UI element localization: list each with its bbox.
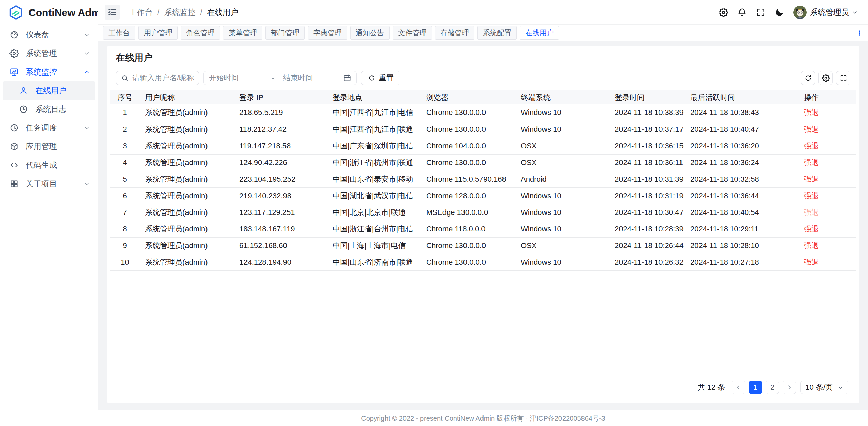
search-input[interactable]: [132, 74, 194, 82]
cell-location: 中国|北京|北京市|联通: [327, 204, 421, 221]
cell-login-time: 2024-11-18 10:31:19: [609, 187, 685, 204]
chevron-right-icon: [786, 384, 792, 390]
table-refresh-button[interactable]: [801, 71, 815, 85]
clock-icon: [9, 123, 19, 133]
table-header-row: 序号用户昵称登录 IP登录地点浏览器终端系统登录时间最后活跃时间操作: [110, 90, 856, 104]
cell-location: 中国|山东省|泰安市|移动: [327, 171, 421, 187]
cell-ip: 218.65.5.219: [234, 104, 327, 121]
column-header-location: 登录地点: [327, 90, 421, 104]
cell-action: 强退: [798, 104, 856, 121]
sidebar-item-online-users[interactable]: 在线用户: [3, 81, 95, 100]
cell-ip: 123.117.129.251: [234, 204, 327, 221]
tab-menu-management[interactable]: 菜单管理: [223, 26, 262, 40]
force-logout-link[interactable]: 强退: [804, 175, 819, 183]
fullscreen-icon: [756, 8, 765, 17]
tab-workbench[interactable]: 工作台: [103, 26, 135, 40]
cell-nickname: 系统管理员(admin): [140, 138, 234, 154]
breadcrumb-item[interactable]: 工作台: [129, 7, 153, 18]
cell-location: 中国|江西省|九江市|电信: [327, 104, 421, 121]
theme-button[interactable]: [775, 8, 784, 17]
tab-dict-management[interactable]: 字典管理: [308, 26, 347, 40]
cell-no: 6: [110, 187, 140, 204]
reset-button[interactable]: 重置: [361, 71, 400, 85]
force-logout-link[interactable]: 强退: [804, 191, 819, 200]
app-logo[interactable]: ContiNew Admin: [0, 0, 98, 25]
tab-notice[interactable]: 通知公告: [350, 26, 390, 40]
cell-nickname: 系统管理员(admin): [140, 104, 234, 121]
cell-action: 强退: [798, 187, 856, 204]
date-range-picker[interactable]: 开始时间 - 结束时间: [203, 71, 357, 85]
cell-os: OSX: [515, 138, 609, 154]
force-logout-link[interactable]: 强退: [804, 241, 819, 250]
refresh-icon: [368, 74, 375, 82]
hexagon-logo-icon: [8, 5, 24, 20]
column-header-ip: 登录 IP: [234, 90, 327, 104]
cell-action: 强退: [798, 254, 856, 270]
table-row: 9系统管理员(admin)61.152.168.60中国|上海|上海市|电信Ch…: [110, 237, 856, 254]
sidebar-item-label: 系统日志: [35, 104, 90, 115]
sidebar-item-code-generation[interactable]: 代码生成: [3, 156, 95, 175]
cell-login-time: 2024-11-18 10:36:15: [609, 138, 685, 154]
tab-more-button[interactable]: [856, 28, 863, 37]
page-button-2[interactable]: 2: [766, 381, 779, 394]
tab-file-management[interactable]: 文件管理: [393, 26, 432, 40]
tab-role-management[interactable]: 角色管理: [181, 26, 220, 40]
force-logout-link[interactable]: 强退: [804, 225, 819, 233]
sidebar-item-system-logs[interactable]: 系统日志: [3, 100, 95, 119]
page-button-1[interactable]: 1: [749, 381, 762, 394]
search-icon: [121, 74, 129, 82]
force-logout-link[interactable]: 强退: [804, 108, 819, 117]
prev-page-button[interactable]: [732, 381, 745, 394]
user-menu[interactable]: 系统管理员: [793, 6, 858, 19]
page-size-select[interactable]: 10 条/页: [800, 381, 848, 394]
user-icon: [19, 86, 28, 95]
cell-nickname: 系统管理员(admin): [140, 221, 234, 237]
sidebar-item-system-management[interactable]: 系统管理: [3, 44, 95, 63]
sidebar-item-about-project[interactable]: 关于项目: [3, 175, 95, 193]
collapse-sidebar-button[interactable]: [105, 5, 120, 20]
sidebar-item-app-management[interactable]: 应用管理: [3, 137, 95, 156]
cell-no: 7: [110, 204, 140, 221]
tab-list: 工作台用户管理角色管理菜单管理部门管理字典管理通知公告文件管理存储管理系统配置在…: [103, 26, 559, 40]
next-page-button[interactable]: [783, 381, 796, 394]
cell-browser: Chrome 130.0.0.0: [421, 104, 515, 121]
cell-location: 中国|浙江省|杭州市|联通: [327, 154, 421, 171]
column-header-login_time: 登录时间: [609, 90, 685, 104]
user-name: 系统管理员: [810, 7, 849, 18]
avatar: [793, 6, 807, 19]
settings-button[interactable]: [719, 8, 728, 17]
tab-dept-management[interactable]: 部门管理: [265, 26, 305, 40]
table-wrap: 序号用户昵称登录 IP登录地点浏览器终端系统登录时间最后活跃时间操作 1系统管理…: [110, 90, 856, 371]
online-users-table: 序号用户昵称登录 IP登录地点浏览器终端系统登录时间最后活跃时间操作 1系统管理…: [110, 90, 856, 271]
force-logout-link[interactable]: 强退: [804, 125, 819, 134]
sidebar-item-label: 应用管理: [26, 141, 90, 152]
cell-active-time: 2024-11-18 10:27:18: [685, 254, 798, 270]
cell-os: Windows 10: [515, 121, 609, 138]
table-settings-button[interactable]: [818, 71, 833, 85]
cell-location: 中国|上海|上海市|电信: [327, 237, 421, 254]
force-logout-link[interactable]: 强退: [804, 142, 819, 150]
table-fullscreen-button[interactable]: [836, 71, 850, 85]
sidebar: ContiNew Admin 仪表盘系统管理系统监控在线用户系统日志任务调度应用…: [0, 0, 98, 426]
fullscreen-button[interactable]: [756, 8, 765, 17]
table-row: 4系统管理员(admin)124.90.42.226中国|浙江省|杭州市|联通C…: [110, 154, 856, 171]
fullscreen-icon: [840, 74, 847, 82]
cell-login-time: 2024-11-18 10:37:17: [609, 121, 685, 138]
cell-no: 2: [110, 121, 140, 138]
tab-storage-management[interactable]: 存储管理: [435, 26, 474, 40]
chevron-down-icon: [84, 181, 90, 187]
notifications-button[interactable]: [737, 8, 747, 17]
tab-online-users[interactable]: 在线用户: [520, 26, 559, 40]
cell-login-time: 2024-11-18 10:28:39: [609, 221, 685, 237]
force-logout-link[interactable]: 强退: [804, 158, 819, 167]
cell-no: 8: [110, 221, 140, 237]
tab-user-management[interactable]: 用户管理: [138, 26, 178, 40]
sidebar-item-task-scheduling[interactable]: 任务调度: [3, 119, 95, 137]
tab-system-config[interactable]: 系统配置: [477, 26, 517, 40]
breadcrumb-item[interactable]: 系统监控: [164, 7, 195, 18]
cell-location: 中国|浙江省|台州市|电信: [327, 221, 421, 237]
force-logout-link: 强退: [804, 208, 819, 217]
force-logout-link[interactable]: 强退: [804, 258, 819, 266]
sidebar-item-dashboard[interactable]: 仪表盘: [3, 25, 95, 44]
sidebar-item-system-monitor[interactable]: 系统监控: [3, 63, 95, 81]
